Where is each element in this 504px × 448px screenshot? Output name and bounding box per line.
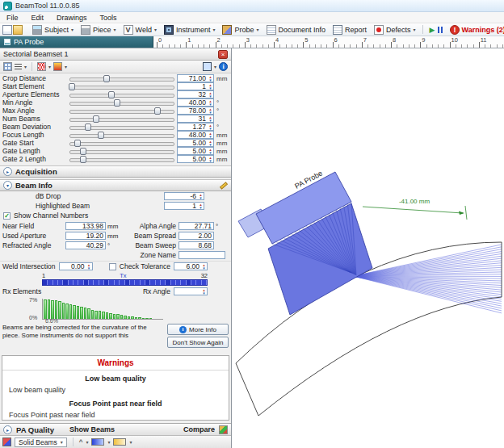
stat-value[interactable]: 133.98: [65, 222, 106, 230]
spinner-arrows[interactable]: ▴▾: [208, 75, 213, 82]
slider-thumb[interactable]: [69, 83, 75, 90]
spinner-arrows[interactable]: ▴▾: [198, 203, 204, 209]
spinner-arrows[interactable]: ▴▾: [208, 132, 213, 138]
chevron-down-icon[interactable]: ▾: [48, 64, 51, 69]
wand-icon[interactable]: [220, 182, 228, 189]
value-spinbox[interactable]: 48.00▴▾: [177, 131, 214, 139]
dont-show-again-button[interactable]: Don't Show Again: [167, 337, 229, 348]
spinner-arrows[interactable]: ▴▾: [208, 83, 213, 90]
element-strip[interactable]: [42, 279, 208, 286]
parameter-slider[interactable]: [69, 91, 174, 98]
chevron-down-icon[interactable]: ▾: [129, 439, 132, 445]
spinner-arrows[interactable]: ▴▾: [208, 91, 213, 98]
spin-down-icon[interactable]: ▾: [209, 159, 212, 162]
spin-down-icon[interactable]: ▾: [200, 206, 202, 209]
spinner-arrows[interactable]: ▴▾: [201, 263, 207, 270]
toolbar-subject-button[interactable]: Subject▾: [29, 23, 77, 36]
zone-name-input[interactable]: [178, 251, 225, 259]
caret-icon[interactable]: ^: [79, 438, 83, 446]
spin-down-icon[interactable]: ▾: [200, 196, 202, 199]
spinner-arrows[interactable]: ▴▾: [86, 263, 92, 270]
value-spinbox[interactable]: 71.00▴▾: [177, 74, 214, 82]
highlighted-beam-spinbox[interactable]: 1 ▴▾: [164, 202, 204, 210]
check-tolerance-checkbox[interactable]: [109, 263, 116, 270]
spinner-arrows[interactable]: ▴▾: [198, 193, 204, 199]
spin-down-icon[interactable]: ▾: [209, 103, 212, 106]
spinner-arrows[interactable]: ▴▾: [208, 115, 213, 122]
grid-icon[interactable]: [3, 62, 12, 71]
spin-down-icon[interactable]: ▾: [203, 291, 205, 295]
slider-thumb[interactable]: [154, 107, 161, 115]
spin-down-icon[interactable]: ▾: [209, 78, 212, 82]
menu-item-drawings[interactable]: Drawings: [50, 13, 94, 23]
spinner-arrows[interactable]: ▴▾: [208, 156, 213, 162]
value-spinbox[interactable]: 32▴▾: [177, 90, 214, 98]
element-cell[interactable]: [202, 280, 207, 285]
slider-thumb[interactable]: [114, 99, 120, 107]
more-info-button[interactable]: i More Info: [167, 324, 229, 335]
toolbar-probe-button[interactable]: Probe▾: [219, 23, 262, 36]
stat-value[interactable]: 8.68: [178, 241, 214, 249]
parameter-slider[interactable]: [69, 148, 174, 155]
parameter-slider[interactable]: [69, 107, 174, 115]
close-icon[interactable]: ×: [218, 50, 228, 59]
chevron-down-icon[interactable]: ▾: [214, 64, 216, 69]
toolbar-instrument-button[interactable]: Instrument▾: [161, 23, 219, 36]
chevron-down-icon[interactable]: ▾: [86, 439, 88, 445]
palette-icon[interactable]: [219, 425, 228, 434]
chevron-right-icon[interactable]: ▸: [3, 425, 12, 434]
menu-item-tools[interactable]: Tools: [94, 13, 124, 23]
drawing-area[interactable]: PA Probe -41.00 mm: [232, 48, 504, 448]
spinner-arrows[interactable]: ▴▾: [208, 148, 213, 154]
spinner-arrows[interactable]: ▴▾: [208, 107, 213, 114]
spinner-arrows[interactable]: ▴▾: [208, 99, 213, 106]
beam-color-swatch[interactable]: [91, 438, 104, 446]
slider-thumb[interactable]: [98, 132, 104, 139]
chevron-down-icon[interactable]: ▾: [107, 439, 110, 445]
parameter-slider[interactable]: [69, 99, 174, 107]
slider-thumb[interactable]: [80, 148, 86, 155]
show-beams-button[interactable]: Show Beams: [69, 425, 115, 433]
spin-down-icon[interactable]: ▾: [209, 94, 212, 98]
section-pa-quality[interactable]: ▸ PA Quality Show Beams Compare: [0, 423, 231, 435]
document-icon[interactable]: [2, 25, 12, 35]
value-spinbox[interactable]: 5.00▴▾: [177, 155, 214, 163]
value-spinbox[interactable]: 1.27▴▾: [177, 123, 214, 131]
rx-angle-spinbox[interactable]: ▴▾: [174, 287, 208, 295]
spin-down-icon[interactable]: ▾: [209, 151, 212, 154]
db-drop-spinbox[interactable]: -6 ▴▾: [164, 192, 204, 200]
slider-thumb[interactable]: [93, 115, 99, 123]
parameter-slider[interactable]: [69, 132, 174, 139]
menu-item-file[interactable]: File: [0, 13, 25, 23]
value-spinbox[interactable]: 5.00▴▾: [177, 139, 214, 147]
chevron-down-icon[interactable]: ▾: [3, 181, 12, 190]
toolbar-report-button[interactable]: Report: [330, 23, 370, 36]
gate-color-swatch[interactable]: [113, 438, 126, 446]
run-button[interactable]: ▶: [426, 24, 446, 36]
stat-value[interactable]: 2.00: [178, 232, 214, 240]
spinner-arrows[interactable]: ▴▾: [201, 288, 207, 295]
stat-value[interactable]: 19.20: [65, 232, 106, 240]
menu-icon[interactable]: [15, 64, 22, 69]
stat-value[interactable]: 27.71: [178, 222, 214, 230]
spin-down-icon[interactable]: ▾: [209, 127, 212, 130]
tolerance-spinbox[interactable]: 6.00 ▴▾: [174, 262, 208, 270]
stat-value[interactable]: 40.29: [65, 241, 106, 249]
parameter-slider[interactable]: [69, 115, 174, 123]
spin-down-icon[interactable]: ▾: [209, 111, 212, 114]
gain-icon[interactable]: [53, 62, 62, 71]
spin-down-icon[interactable]: ▾: [209, 119, 212, 122]
value-spinbox[interactable]: 5.00▴▾: [177, 147, 214, 155]
warning-item[interactable]: Low beam quality: [2, 384, 229, 396]
warning-item[interactable]: Focus Point past near field: [2, 409, 229, 421]
slider-thumb[interactable]: [80, 156, 86, 163]
value-spinbox[interactable]: 1▴▾: [177, 82, 214, 90]
compare-button[interactable]: Compare: [183, 425, 215, 433]
slider-thumb[interactable]: [108, 91, 115, 98]
parameter-slider[interactable]: [69, 124, 174, 131]
slider-thumb[interactable]: [103, 75, 110, 82]
info-icon[interactable]: i: [219, 62, 228, 71]
spin-down-icon[interactable]: ▾: [88, 266, 90, 270]
value-spinbox[interactable]: 40.00▴▾: [177, 98, 214, 107]
spin-down-icon[interactable]: ▾: [209, 86, 212, 90]
